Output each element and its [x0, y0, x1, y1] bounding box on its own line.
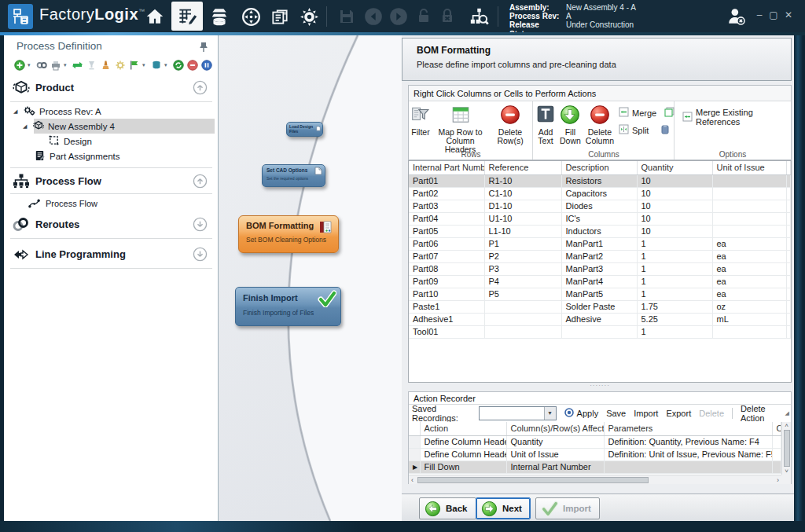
column-header[interactable]: Column(s)/Row(s) Affected [506, 422, 604, 435]
bom-cell[interactable]: oz [712, 300, 786, 313]
bom-cell[interactable]: ManPart5 [561, 288, 637, 300]
add-icon[interactable] [13, 60, 25, 72]
apply-button[interactable]: Apply [564, 408, 599, 419]
step-bom-formatting-active[interactable]: BOM Formatting Set BOM Cleaning Options [238, 215, 339, 253]
tree-item-design[interactable]: Design [48, 134, 92, 149]
splitter-handle[interactable]: ······· [408, 383, 792, 391]
bom-cell[interactable] [786, 200, 791, 212]
bom-cell[interactable]: Resistors [561, 174, 637, 187]
section-product[interactable]: Product [4, 76, 219, 100]
action-cell[interactable] [772, 448, 781, 460]
action-cell[interactable]: Definition: Unit of Issue, Previous Name… [604, 448, 772, 460]
maximize-button[interactable]: ▢ [767, 10, 780, 20]
tree-item-new-assembly[interactable]: ◢ New Assembly 4 [23, 119, 115, 134]
bom-cell[interactable]: 1 [637, 262, 712, 275]
bom-cell[interactable]: ManPart4 [561, 275, 637, 288]
scrollbar-thumb[interactable] [417, 477, 649, 483]
bom-cell[interactable]: ManPart2 [561, 250, 637, 262]
save-recording-button[interactable]: Save [606, 409, 626, 418]
bom-cell[interactable] [712, 174, 786, 187]
bom-cell[interactable] [786, 313, 791, 325]
print-icon[interactable] [50, 60, 61, 72]
copy-table-icon[interactable] [664, 107, 675, 119]
close-button[interactable]: ✕ [782, 10, 795, 20]
back-button[interactable]: Back [419, 497, 476, 519]
minimize-button[interactable]: – [753, 10, 766, 20]
section-reroutes[interactable]: Reroutes [4, 213, 219, 237]
bom-cell[interactable]: Adhesive [561, 313, 637, 325]
action-cell[interactable]: Define Column Header [420, 435, 506, 448]
bom-row[interactable]: Part04U1-10IC's10 [409, 212, 791, 225]
bom-cell[interactable]: ea [712, 237, 786, 250]
column-header[interactable]: Action [420, 422, 506, 435]
process-definition-icon[interactable] [171, 2, 203, 31]
bom-cell[interactable] [786, 212, 791, 225]
bom-row[interactable]: Part09P4ManPart41ea [409, 275, 791, 288]
action-cell[interactable]: Fill Down [420, 460, 506, 473]
split-button[interactable]: Split [619, 124, 675, 136]
bom-cell[interactable] [786, 174, 791, 187]
import-caret-icon[interactable]: ▾ [164, 62, 170, 68]
export-recording-button[interactable]: Export [666, 409, 691, 418]
bom-cell[interactable]: 1.75 [637, 300, 712, 313]
step-set-cad-options[interactable]: Set CAD Options Set the required options [262, 164, 325, 187]
expander-icon[interactable]: ◢ [13, 108, 21, 115]
settings-gear-icon[interactable] [297, 5, 321, 28]
bom-cell[interactable] [786, 225, 791, 237]
chevron-down-icon[interactable]: ▾ [544, 407, 556, 420]
delete-action-button[interactable]: Delete Action [741, 404, 785, 423]
bom-cell[interactable]: ManPart1 [561, 237, 637, 250]
bom-cell[interactable] [712, 225, 786, 237]
step-finish-import[interactable]: Finish Import Finish Importing of Files [235, 287, 341, 326]
bom-cell[interactable]: Part01 [409, 174, 484, 187]
horizontal-scrollbar[interactable]: ‹ › [409, 475, 781, 484]
bom-cell[interactable]: Part06 [409, 237, 484, 250]
column-header[interactable]: C [772, 422, 781, 435]
bom-row[interactable]: Part05L1-10Inductors10 [409, 225, 791, 237]
bom-cell[interactable] [484, 300, 561, 313]
bom-cell[interactable]: 10 [637, 174, 712, 187]
bom-cell[interactable] [786, 187, 791, 200]
expander-icon[interactable]: ◢ [23, 123, 31, 130]
action-cell[interactable]: Unit of Issue [506, 448, 604, 460]
action-row[interactable]: Define Column HeaderUnit of IssueDefinit… [409, 448, 781, 460]
saved-recordings-select[interactable]: ▾ [479, 406, 556, 420]
merge-button[interactable]: Merge [619, 107, 675, 119]
column-header[interactable]: Internal Part Numb... [409, 161, 484, 174]
action-cell[interactable] [604, 460, 772, 473]
bom-cell[interactable]: IC's [561, 212, 637, 225]
import-recording-button[interactable]: Import [634, 409, 658, 418]
pin-icon[interactable] [199, 42, 208, 54]
bom-cell[interactable]: P3 [484, 262, 561, 275]
action-cell[interactable] [772, 460, 781, 473]
bom-cell[interactable]: Diodes [561, 200, 637, 212]
bom-row[interactable]: Paste1Solder Paste1.75oz [409, 300, 791, 313]
print-caret-icon[interactable]: ▾ [64, 62, 69, 68]
section-line-programming[interactable]: Line Programming [4, 243, 219, 266]
bom-cell[interactable]: Part07 [409, 250, 484, 262]
bom-cell[interactable]: 1 [637, 288, 712, 300]
scroll-up-icon[interactable]: ˄ [785, 422, 788, 429]
swap-icon[interactable] [72, 60, 83, 72]
column-header[interactable] [786, 161, 791, 174]
bom-cell[interactable]: 10 [637, 200, 712, 212]
bom-cell[interactable]: ManPart3 [561, 262, 637, 275]
export-flag-icon[interactable] [128, 60, 140, 72]
scroll-left-icon[interactable]: ‹ [411, 476, 414, 484]
scroll-right-icon[interactable]: › [777, 476, 779, 484]
bom-cell[interactable]: Part08 [409, 262, 484, 275]
bom-cell[interactable]: Part03 [409, 200, 484, 212]
export-caret-icon[interactable]: ▾ [142, 62, 148, 68]
action-cell[interactable]: Quantity [506, 435, 604, 448]
merge-existing-references-button[interactable]: Merge Existing References [675, 101, 791, 127]
bom-row[interactable]: Part07P2ManPart21ea [409, 250, 791, 262]
pause-icon[interactable] [200, 60, 212, 72]
bom-cell[interactable]: Part10 [409, 288, 484, 300]
news-icon[interactable] [268, 5, 292, 28]
section-process-flow[interactable]: Process Flow [4, 170, 219, 193]
collapse-up-icon[interactable] [193, 174, 208, 190]
collapse-down-icon[interactable] [193, 217, 208, 233]
bom-cell[interactable]: 10 [637, 187, 712, 200]
bom-cell[interactable]: ea [712, 262, 786, 275]
action-cell[interactable]: Define Column Header [420, 448, 506, 460]
